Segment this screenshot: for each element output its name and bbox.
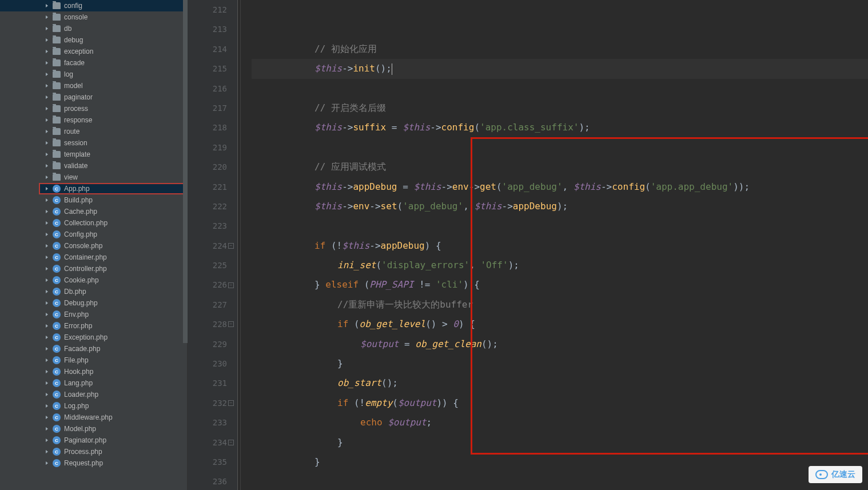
tree-folder-model[interactable]: model xyxy=(0,80,187,91)
expand-arrow-icon[interactable] xyxy=(45,83,49,88)
expand-arrow-icon[interactable] xyxy=(45,198,49,202)
code-line[interactable]: $this->init(); xyxy=(252,59,868,78)
expand-arrow-icon[interactable] xyxy=(45,72,49,77)
expand-arrow-icon[interactable] xyxy=(45,266,49,271)
code-line[interactable]: ob_start(); xyxy=(252,373,868,393)
expand-arrow-icon[interactable] xyxy=(45,415,49,420)
expand-arrow-icon[interactable] xyxy=(45,438,49,443)
expand-arrow-icon[interactable] xyxy=(45,232,49,237)
code-line[interactable]: } xyxy=(252,452,868,472)
code-line[interactable]: $output = ob_get_clean(); xyxy=(252,334,868,354)
tree-file-Hook-php[interactable]: CHook.php xyxy=(0,366,187,377)
tree-file-Process-php[interactable]: CProcess.php xyxy=(0,446,187,457)
expand-arrow-icon[interactable] xyxy=(45,358,49,362)
tree-file-Cache-php[interactable]: CCache.php xyxy=(0,206,187,217)
tree-file-Console-php[interactable]: CConsole.php xyxy=(0,240,187,252)
fold-marker-icon[interactable]: − xyxy=(228,282,234,288)
expand-arrow-icon[interactable] xyxy=(45,312,49,317)
code-line[interactable]: echo $output; xyxy=(252,413,868,432)
tree-folder-template[interactable]: template xyxy=(0,149,187,160)
tree-file-Request-php[interactable]: CRequest.php xyxy=(0,457,187,469)
tree-folder-debug[interactable]: debug xyxy=(0,34,187,46)
expand-arrow-icon[interactable] xyxy=(45,38,49,42)
code-line[interactable] xyxy=(252,0,868,19)
expand-arrow-icon[interactable] xyxy=(45,15,49,19)
tree-file-Collection-php[interactable]: CCollection.php xyxy=(0,217,187,229)
expand-arrow-icon[interactable] xyxy=(45,278,49,282)
tree-file-Log-php[interactable]: CLog.php xyxy=(0,400,187,412)
expand-arrow-icon[interactable] xyxy=(45,392,49,397)
expand-arrow-icon[interactable] xyxy=(45,461,49,465)
expand-arrow-icon[interactable] xyxy=(45,118,49,122)
expand-arrow-icon[interactable] xyxy=(45,369,49,374)
tree-folder-exception[interactable]: exception xyxy=(0,46,187,57)
expand-arrow-icon[interactable] xyxy=(45,26,49,31)
expand-arrow-icon[interactable] xyxy=(45,3,49,8)
tree-file-Facade-php[interactable]: CFacade.php xyxy=(0,343,187,354)
code-line[interactable] xyxy=(252,216,868,236)
tree-file-Controller-php[interactable]: CController.php xyxy=(0,263,187,274)
expand-arrow-icon[interactable] xyxy=(45,129,49,134)
expand-arrow-icon[interactable] xyxy=(45,106,49,111)
tree-file-App-php[interactable]: CApp.php xyxy=(39,183,187,194)
tree-folder-config[interactable]: config xyxy=(0,0,187,11)
tree-folder-paginator[interactable]: paginator xyxy=(0,91,187,103)
expand-arrow-icon[interactable] xyxy=(45,346,49,351)
code-line[interactable]: } elseif (PHP_SAPI != 'cli') { xyxy=(252,275,868,294)
expand-arrow-icon[interactable] xyxy=(45,49,49,54)
tree-folder-session[interactable]: session xyxy=(0,137,187,149)
code-line[interactable] xyxy=(252,138,868,157)
expand-arrow-icon[interactable] xyxy=(45,404,49,408)
code-line[interactable]: } xyxy=(252,433,868,452)
tree-file-Cookie-php[interactable]: CCookie.php xyxy=(0,274,187,286)
tree-file-Config-php[interactable]: CConfig.php xyxy=(0,229,187,240)
code-line[interactable]: if (!empty($output)) { xyxy=(252,393,868,413)
tree-file-Lang-php[interactable]: CLang.php xyxy=(0,377,187,389)
sidebar-scrollbar[interactable] xyxy=(183,0,188,343)
tree-file-Error-php[interactable]: CError.php xyxy=(0,320,187,332)
code-line[interactable] xyxy=(252,19,868,39)
tree-folder-validate[interactable]: validate xyxy=(0,160,187,172)
tree-folder-view[interactable]: view xyxy=(0,172,187,183)
expand-arrow-icon[interactable] xyxy=(45,141,49,145)
expand-arrow-icon[interactable] xyxy=(45,175,49,180)
tree-file-Env-php[interactable]: CEnv.php xyxy=(0,309,187,320)
code-line[interactable]: // 应用调试模式 xyxy=(252,157,868,177)
expand-arrow-icon[interactable] xyxy=(45,255,49,260)
expand-arrow-icon[interactable] xyxy=(45,381,49,385)
expand-arrow-icon[interactable] xyxy=(45,152,49,157)
tree-file-Middleware-php[interactable]: CMiddleware.php xyxy=(0,412,187,423)
code-line[interactable]: if (ob_get_level() > 0) { xyxy=(252,314,868,334)
code-editor[interactable]: 212213214215216217218219220221222223224−… xyxy=(188,0,868,490)
expand-arrow-icon[interactable] xyxy=(45,221,49,225)
fold-marker-icon[interactable]: − xyxy=(228,400,234,406)
fold-marker-icon[interactable]: − xyxy=(228,321,234,327)
tree-folder-process[interactable]: process xyxy=(0,103,187,114)
project-tree[interactable]: configconsoledbdebugexceptionfacadelogmo… xyxy=(0,0,188,490)
code-line[interactable]: // 开启类名后缀 xyxy=(252,98,868,118)
code-content[interactable]: // 初始化应用$this->init();// 开启类名后缀$this->su… xyxy=(238,0,868,490)
code-line[interactable]: } xyxy=(252,354,868,373)
code-line[interactable]: $this->appDebug = $this->env->get('app_d… xyxy=(252,177,868,197)
expand-arrow-icon[interactable] xyxy=(45,95,49,99)
tree-file-File-php[interactable]: CFile.php xyxy=(0,354,187,366)
expand-arrow-icon[interactable] xyxy=(45,164,49,168)
tree-file-Container-php[interactable]: CContainer.php xyxy=(0,252,187,263)
expand-arrow-icon[interactable] xyxy=(45,427,49,431)
tree-folder-log[interactable]: log xyxy=(0,69,187,80)
expand-arrow-icon[interactable] xyxy=(45,61,49,65)
expand-arrow-icon[interactable] xyxy=(45,289,49,294)
code-line[interactable]: $this->suffix = $this->config('app.class… xyxy=(252,118,868,137)
tree-file-Build-php[interactable]: CBuild.php xyxy=(0,194,187,206)
code-line[interactable]: $this->env->set('app_debug', $this->appD… xyxy=(252,197,868,216)
code-line[interactable]: ini_set('display_errors', 'Off'); xyxy=(252,256,868,275)
fold-marker-icon[interactable]: − xyxy=(228,243,234,249)
code-line[interactable]: //重新申请一块比较大的buffer xyxy=(252,295,868,314)
code-line[interactable] xyxy=(252,472,868,490)
expand-arrow-icon[interactable] xyxy=(45,301,49,305)
tree-folder-console[interactable]: console xyxy=(0,11,187,23)
tree-file-Db-php[interactable]: CDb.php xyxy=(0,286,187,297)
expand-arrow-icon[interactable] xyxy=(45,335,49,340)
tree-folder-facade[interactable]: facade xyxy=(0,57,187,69)
expand-arrow-icon[interactable] xyxy=(45,186,49,191)
